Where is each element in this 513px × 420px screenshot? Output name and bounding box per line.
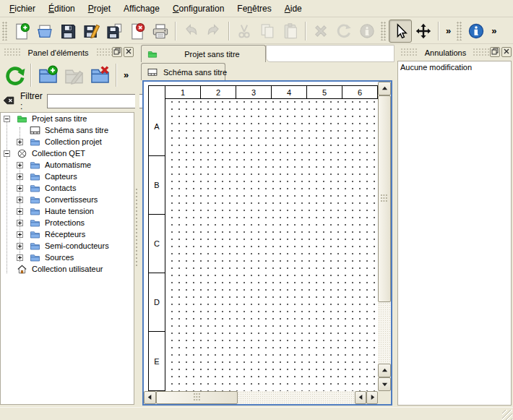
horizontal-scrollbar[interactable]	[144, 391, 378, 404]
scroll-up-button[interactable]	[378, 82, 391, 95]
tree-item-schema-sans-titre[interactable]: Schéma sans titre	[1, 124, 134, 136]
toolbar-extension-button[interactable]: »	[442, 20, 454, 42]
toolbar-extension-button-2[interactable]: »	[488, 20, 500, 42]
menu-edition[interactable]: Édition	[42, 1, 82, 16]
resize-grip[interactable]	[502, 410, 512, 420]
tree-item-label: Collection projet	[45, 137, 102, 146]
menu-fenetres[interactable]: Fenêtres	[230, 1, 277, 16]
panel-toolbar-extension-button[interactable]: »	[120, 64, 132, 86]
folder-blue-icon	[28, 171, 41, 182]
float-panel-button[interactable]	[112, 47, 122, 57]
tree-item-semi-conducteurs[interactable]: Semi-conducteurs	[1, 240, 134, 252]
close-panel-button[interactable]	[124, 47, 134, 57]
tree-item-automatisme[interactable]: Automatisme	[1, 159, 134, 171]
menu-configuration[interactable]: Configuration	[166, 1, 230, 16]
close-file-button[interactable]	[126, 20, 149, 43]
scroll-left-button-2[interactable]	[355, 391, 366, 404]
expand-icon[interactable]	[17, 208, 23, 215]
expand-icon[interactable]	[17, 231, 23, 238]
float-panel-button[interactable]	[490, 47, 500, 57]
collapse-icon[interactable]	[4, 150, 10, 157]
arrow-left-icon	[147, 393, 153, 402]
scroll-right-button[interactable]	[366, 391, 378, 404]
menu-fichier[interactable]: Fichier	[3, 1, 42, 16]
scroll-groove-h[interactable]	[238, 391, 355, 404]
folder-blue-icon	[28, 136, 41, 147]
diagram-tab-label: Schéma sans titre	[163, 68, 227, 77]
tree-item-capteurs[interactable]: Capteurs	[1, 171, 134, 182]
row-header-a: A	[149, 98, 165, 156]
vertical-scrollbar[interactable]	[378, 82, 391, 391]
reload-collections-button[interactable]	[1, 62, 27, 88]
tree-item-protections[interactable]: Protections	[1, 217, 134, 228]
tree-item-convertisseurs[interactable]: Convertisseurs	[1, 194, 134, 205]
cursor-icon	[392, 22, 409, 40]
expand-icon[interactable]	[17, 243, 23, 249]
schematic-view-frame: 123456 ABCDE	[142, 80, 392, 406]
undo-button	[179, 20, 202, 43]
undo-history-list[interactable]: Aucune modification	[397, 61, 512, 406]
expand-icon[interactable]	[17, 139, 23, 145]
expand-icon[interactable]	[17, 197, 23, 203]
print-button[interactable]	[149, 20, 172, 43]
delete-category-button[interactable]	[87, 62, 113, 88]
save-as-icon	[82, 22, 100, 40]
menu-projet[interactable]: Projet	[82, 1, 117, 16]
toolbar-drag-handle[interactable]	[2, 22, 8, 40]
scroll-left-button[interactable]	[144, 391, 156, 404]
column-header-4: 4	[272, 86, 307, 98]
tree-item-projet-sans-titre[interactable]: Projet sans titre	[1, 113, 134, 124]
tree-item-collection-projet[interactable]: Collection projet	[1, 136, 134, 147]
close-panel-button[interactable]	[501, 47, 512, 57]
new-category-button[interactable]	[35, 62, 61, 88]
expand-icon[interactable]	[17, 220, 23, 226]
expand-icon[interactable]	[17, 162, 23, 168]
select-tool-button[interactable]	[389, 20, 412, 43]
tree-item-haute-tension[interactable]: Haute tension	[1, 205, 134, 217]
save-all-button[interactable]	[103, 20, 126, 43]
menu-aide[interactable]: Aide	[278, 1, 309, 16]
tree-item-label: Automatisme	[45, 160, 91, 169]
menu-affichage[interactable]: Affichage	[117, 1, 166, 16]
scroll-down-button[interactable]	[378, 377, 391, 391]
folder-del-icon	[90, 65, 111, 86]
open-button[interactable]	[33, 20, 56, 43]
tree-item-collection-qet[interactable]: Collection QET	[1, 147, 134, 159]
move-tool-button[interactable]	[412, 20, 435, 43]
toolbar-drag-handle[interactable]	[381, 22, 387, 40]
tree-item-label: Sources	[45, 253, 74, 262]
tree-item-collection-utilisateur[interactable]: Collection utilisateur	[1, 263, 134, 275]
toolbar-drag-handle[interactable]	[457, 22, 462, 40]
restore-icon	[113, 48, 121, 56]
expand-icon[interactable]	[17, 254, 23, 261]
schematic-canvas[interactable]: 123456 ABCDE	[144, 82, 378, 391]
about-button[interactable]	[465, 20, 488, 43]
redo-icon	[205, 22, 223, 40]
row-labels: ABCDE	[148, 98, 165, 391]
column-header-3: 3	[236, 86, 272, 98]
save-button[interactable]	[56, 20, 79, 43]
collapse-icon[interactable]	[4, 116, 10, 122]
undo-panel-titlebar[interactable]: Annulations	[398, 46, 512, 59]
elements-panel-titlebar[interactable]: Panel d'éléments	[1, 46, 134, 59]
tab-schema-sans-titre[interactable]: Schéma sans titre	[141, 63, 225, 80]
tab-project-sans-titre[interactable]: Projet sans titre	[141, 45, 266, 62]
tree-item-recepteurs[interactable]: Récepteurs	[1, 228, 134, 240]
qet-icon	[15, 147, 28, 159]
folder-blue-icon	[28, 240, 41, 252]
column-header-6: 6	[342, 86, 377, 98]
scroll-groove[interactable]	[378, 302, 391, 364]
expand-icon[interactable]	[17, 173, 23, 180]
save-as-button[interactable]	[79, 20, 103, 43]
horizontal-scroll-thumb[interactable]	[156, 391, 238, 404]
scroll-up-button-2[interactable]	[378, 364, 391, 377]
column-header-1: 1	[165, 86, 201, 98]
clear-filter-button[interactable]	[1, 95, 16, 108]
expand-icon[interactable]	[17, 185, 23, 192]
paste-button	[279, 20, 302, 43]
new-file-button[interactable]	[10, 20, 33, 43]
tree-item-sources[interactable]: Sources	[1, 252, 134, 263]
vertical-scroll-thumb[interactable]	[378, 95, 391, 302]
tree-item-contacts[interactable]: Contacts	[1, 182, 134, 194]
toolbar-separator	[175, 22, 176, 40]
